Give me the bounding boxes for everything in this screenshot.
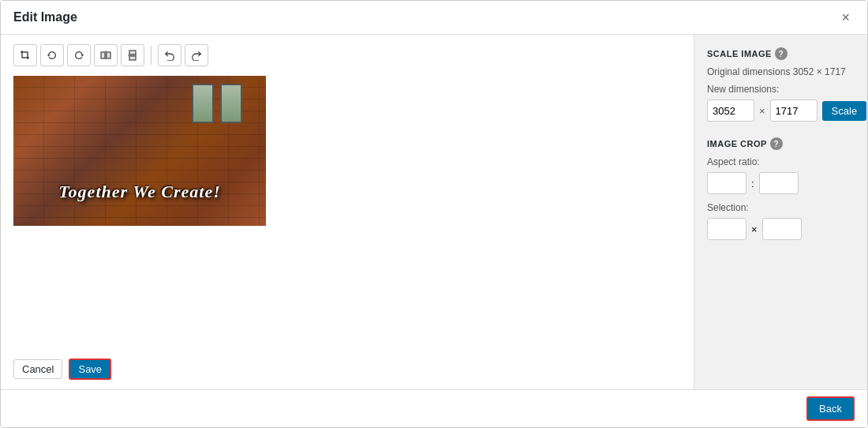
- selection-label: Selection:: [707, 202, 855, 213]
- crop-help-icon[interactable]: ?: [770, 137, 783, 150]
- toolbar-divider: [151, 46, 152, 65]
- original-dimensions: Original dimensions 3052 × 1717: [707, 66, 855, 77]
- scale-width-input[interactable]: [707, 99, 754, 122]
- scale-height-input[interactable]: [770, 99, 817, 122]
- modal-body: Together We Create! Cancel Save SCALE IM…: [1, 35, 867, 389]
- aspect-separator: :: [751, 178, 754, 190]
- modal-title: Edit Image: [13, 10, 77, 24]
- save-button[interactable]: Save: [69, 359, 111, 380]
- close-button[interactable]: ×: [836, 9, 855, 26]
- flip-v-button[interactable]: [121, 44, 144, 66]
- cancel-button[interactable]: Cancel: [13, 359, 62, 379]
- right-sidebar: SCALE IMAGE ? Original dimensions 3052 ×…: [694, 35, 867, 389]
- selection-row: ×: [707, 218, 855, 240]
- selection-width-input[interactable]: [707, 218, 746, 240]
- rotate-cw-button[interactable]: [67, 44, 91, 66]
- flip-h-button[interactable]: [94, 44, 118, 66]
- image-crop-section: IMAGE CROP ? Aspect ratio: : Selection: …: [707, 137, 855, 240]
- preview-image: Together We Create!: [13, 76, 266, 226]
- image-toolbar: [13, 44, 681, 66]
- edit-image-modal: Edit Image ×: [0, 0, 868, 428]
- rotate-ccw-button[interactable]: [40, 44, 64, 66]
- action-buttons: Cancel Save: [13, 359, 681, 380]
- aspect-ratio-label: Aspect ratio:: [707, 156, 855, 167]
- svg-rect-1: [107, 52, 110, 58]
- crop-tool-button[interactable]: [13, 44, 37, 66]
- redo-button[interactable]: [185, 44, 208, 66]
- aspect-width-input[interactable]: [707, 172, 746, 194]
- aspect-ratio-row: :: [707, 172, 855, 194]
- modal-footer: Back: [1, 389, 867, 427]
- mural-text: Together We Create!: [21, 182, 258, 202]
- aspect-height-input[interactable]: [759, 172, 799, 194]
- window-left: [192, 84, 214, 123]
- selection-height-input[interactable]: [762, 218, 802, 240]
- scale-image-title: SCALE IMAGE ?: [707, 47, 855, 60]
- scale-help-icon[interactable]: ?: [775, 47, 788, 60]
- svg-rect-0: [101, 52, 105, 58]
- svg-rect-4: [129, 56, 136, 60]
- dimension-row: × Scale: [707, 99, 855, 122]
- back-button[interactable]: Back: [806, 396, 855, 421]
- svg-rect-3: [129, 51, 136, 54]
- main-area: Together We Create! Cancel Save: [1, 35, 694, 389]
- selection-separator: ×: [751, 223, 758, 235]
- image-container: Together We Create!: [13, 76, 681, 349]
- new-dimensions-label: New dimensions:: [707, 84, 855, 95]
- modal-header: Edit Image ×: [1, 1, 867, 35]
- dimension-separator: ×: [759, 105, 765, 117]
- window-right: [220, 84, 242, 123]
- scale-button[interactable]: Scale: [822, 101, 867, 121]
- undo-button[interactable]: [158, 44, 181, 66]
- image-crop-title: IMAGE CROP ?: [707, 137, 855, 150]
- scale-image-section: SCALE IMAGE ? Original dimensions 3052 ×…: [707, 47, 855, 122]
